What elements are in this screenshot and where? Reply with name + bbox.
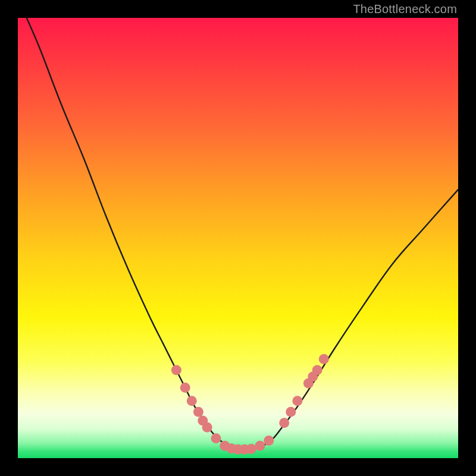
curve-marker <box>319 354 329 364</box>
curve-markers <box>171 354 329 455</box>
watermark-text: TheBottleneck.com <box>353 0 457 18</box>
chart-frame: TheBottleneck.com <box>0 0 476 476</box>
curve-marker <box>246 444 256 454</box>
curve-marker <box>202 422 212 433</box>
curve-layer <box>18 18 458 458</box>
curve-marker <box>180 383 190 393</box>
curve-marker <box>187 396 197 406</box>
curve-marker <box>286 407 296 417</box>
curve-marker <box>264 436 274 446</box>
curve-marker <box>279 418 289 428</box>
curve-marker <box>255 441 265 451</box>
curve-marker <box>211 433 221 443</box>
curve-marker <box>171 365 181 375</box>
bottleneck-curve <box>27 18 458 450</box>
curve-marker <box>193 407 203 417</box>
curve-marker <box>292 396 302 406</box>
curve-marker <box>312 365 322 375</box>
plot-area <box>18 18 458 458</box>
